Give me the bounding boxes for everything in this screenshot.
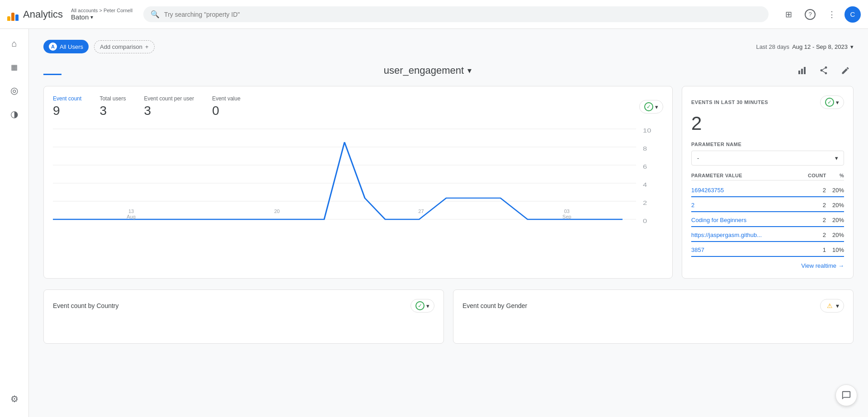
svg-text:4: 4 (643, 182, 647, 188)
sidebar-bottom: ⚙ (0, 388, 28, 413)
filter-left: A All Users Add comparison + (43, 40, 155, 53)
more-icon: ⋮ (828, 9, 836, 19)
search-bar[interactable]: 🔍 (143, 6, 769, 22)
main-content: A All Users Add comparison + Last 28 day… (29, 29, 868, 417)
param-row-count-4: 1 (808, 246, 826, 253)
metric-event-per-user-label: Event count per user (144, 95, 194, 102)
view-realtime-link[interactable]: View realtime → (691, 262, 844, 269)
x-label-aug13: 13 Aug (127, 208, 136, 219)
param-row-pct-3: 20% (826, 232, 844, 238)
add-comparison-label: Add comparison (100, 43, 142, 50)
line-chart: 10 8 6 4 2 0 (53, 129, 663, 219)
sidebar-item-advertising[interactable]: ◑ (4, 103, 25, 125)
metrics-header: Event count 9 Total users 3 Event count … (53, 95, 663, 118)
plus-icon: + (145, 43, 149, 50)
metric-total-users-value: 3 (99, 104, 126, 118)
tab-overview[interactable] (43, 66, 61, 75)
top-nav: Analytics All accounts > Peter Cornell B… (0, 0, 868, 29)
apps-icon: ⊞ (785, 9, 792, 19)
param-row-name-1: 2 (691, 202, 808, 208)
logo-icon (7, 8, 19, 21)
metric-event-value-label: Event value (212, 95, 241, 102)
realtime-check-icon: ✓ (825, 98, 834, 107)
param-row-pct-4: 10% (826, 246, 844, 253)
event-selector: user_engagement ▾ (43, 62, 854, 79)
param-row-count-0: 2 (808, 187, 826, 194)
avatar[interactable]: C (844, 6, 861, 23)
help-button[interactable]: ? (801, 5, 819, 24)
x-label-sep03: 03 Sep (562, 208, 571, 219)
add-comparison-button[interactable]: Add comparison + (94, 40, 155, 53)
realtime-card: EVENTS IN LAST 30 MINUTES ✓ ▾ 2 PARAMETE… (682, 86, 854, 279)
check-circle-icon: ✓ (644, 102, 653, 111)
svg-text:8: 8 (643, 146, 647, 152)
edit-button[interactable] (837, 62, 854, 79)
breadcrumb-area: All accounts > Peter Cornell Baton ▾ (71, 8, 132, 21)
sidebar-item-home[interactable]: ⌂ (4, 33, 25, 54)
realtime-header: EVENTS IN LAST 30 MINUTES ✓ ▾ (691, 95, 844, 109)
share-icon (819, 66, 828, 75)
apps-button[interactable]: ⊞ (779, 5, 797, 24)
breadcrumb-text: All accounts > Peter Cornell (71, 8, 132, 13)
param-row-pct-2: 20% (826, 217, 844, 223)
metric-event-value[interactable]: Event value 0 (212, 95, 241, 118)
metric-event-count[interactable]: Event count 9 (53, 95, 81, 118)
svg-text:2: 2 (643, 200, 647, 206)
metric-event-value-value: 0 (212, 104, 241, 118)
x-label-20: 20 (274, 208, 279, 219)
param-row-pct-0: 20% (826, 187, 844, 194)
pct-header: % (826, 173, 844, 178)
chevron-down-icon: ▾ (836, 99, 839, 106)
bottom-card-gender-header: Event count by Gender ⚠ ▾ (462, 299, 844, 313)
svg-text:10: 10 (643, 128, 651, 134)
param-row-0: 1694263755 2 20% (691, 184, 844, 197)
segment-label: All Users (60, 43, 83, 50)
param-name-value: - (697, 155, 699, 161)
reports-icon: ▦ (11, 63, 18, 71)
date-range-selector[interactable]: Last 28 days Aug 12 - Sep 8, 2023 ▾ (756, 43, 854, 50)
country-check-icon: ✓ (415, 301, 425, 310)
param-row-pct-1: 20% (826, 202, 844, 208)
param-table-header: PARAMETER VALUE COUNT % (691, 173, 844, 180)
chevron-down-icon: ▾ (836, 302, 839, 309)
chevron-down-icon: ▾ (90, 14, 93, 20)
param-row-name-4: 3857 (691, 246, 808, 253)
svg-rect-2 (804, 67, 806, 74)
metric-filter-dropdown[interactable]: ✓ ▾ (639, 100, 663, 114)
advertising-icon: ◑ (10, 109, 18, 119)
event-actions (794, 62, 854, 79)
explore-icon: ◎ (10, 85, 18, 96)
more-menu-button[interactable]: ⋮ (823, 5, 841, 24)
search-input[interactable] (164, 11, 761, 18)
metric-event-count-value: 9 (53, 104, 81, 118)
bottom-card-country-title: Event count by Country (53, 302, 119, 309)
chat-fab[interactable] (835, 384, 857, 406)
param-row-2: Coding for Beginners 2 20% (691, 214, 844, 227)
date-value: Aug 12 - Sep 8, 2023 (792, 43, 848, 50)
realtime-count: 2 (691, 113, 844, 134)
chat-icon (841, 390, 851, 400)
param-row-count-1: 2 (808, 202, 826, 208)
sidebar-item-explore[interactable]: ◎ (4, 80, 25, 101)
count-header: COUNT (808, 173, 826, 178)
param-name-dropdown[interactable]: - ▾ (691, 151, 844, 166)
sidebar-item-reports[interactable]: ▦ (4, 56, 25, 78)
metric-total-users[interactable]: Total users 3 (99, 95, 126, 118)
all-users-segment[interactable]: A All Users (43, 40, 89, 53)
sidebar-item-settings[interactable]: ⚙ (4, 388, 25, 410)
param-row-name-0: 1694263755 (691, 187, 808, 194)
gender-filter-dropdown[interactable]: ⚠ ▾ (820, 299, 844, 313)
breadcrumb-bottom[interactable]: Baton ▾ (71, 13, 132, 21)
param-row-name-3: https://jaspergasm.github... (691, 232, 808, 238)
country-filter-dropdown[interactable]: ✓ ▾ (410, 299, 434, 313)
share-button[interactable] (816, 62, 832, 79)
property-name: Baton (71, 13, 89, 21)
svg-rect-0 (798, 71, 800, 74)
metric-event-per-user[interactable]: Event count per user 3 (144, 95, 194, 118)
view-realtime-label: View realtime (801, 262, 836, 269)
event-name-button[interactable]: user_engagement ▾ (384, 65, 472, 76)
chart-type-button[interactable] (794, 62, 810, 79)
bottom-card-country: Event count by Country ✓ ▾ (43, 289, 444, 344)
realtime-filter-dropdown[interactable]: ✓ ▾ (820, 95, 844, 109)
param-row-count-3: 2 (808, 232, 826, 238)
